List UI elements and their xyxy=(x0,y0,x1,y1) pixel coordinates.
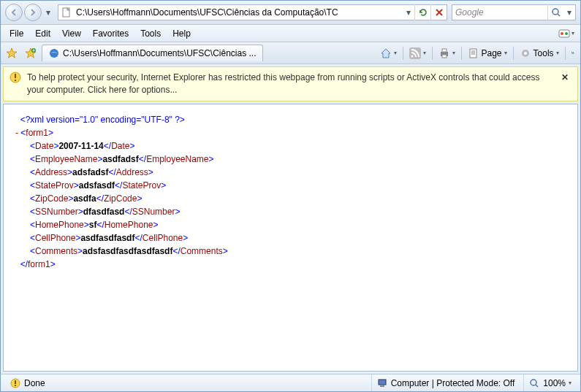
ie-icon xyxy=(48,47,60,59)
search-dropdown[interactable]: ▾ xyxy=(563,7,575,18)
svg-rect-19 xyxy=(15,380,16,384)
status-bar: Done Computer | Protected Mode: Off 100%… xyxy=(1,374,580,391)
svg-rect-16 xyxy=(15,74,16,78)
svg-point-6 xyxy=(50,49,58,58)
xml-node: <Date>2007-11-14</Date> xyxy=(15,139,566,153)
forward-button[interactable] xyxy=(24,4,42,21)
svg-point-1 xyxy=(552,9,558,15)
xml-root-close: </form1> xyxy=(15,258,566,271)
xml-node: <SSNumber>dfasdfasd</SSNumber> xyxy=(15,205,566,218)
status-done-text: Done xyxy=(24,378,45,388)
menu-help[interactable]: Help xyxy=(167,26,197,41)
svg-point-4 xyxy=(565,32,568,35)
page-menu-icon xyxy=(468,47,479,59)
zoom-icon xyxy=(528,377,540,389)
page-menu-label: Page xyxy=(482,48,502,58)
tab-bar: C:\Users\Hoffmann\Documents\UFSC\Ciência… xyxy=(1,42,580,64)
page-icon xyxy=(61,7,72,18)
information-text: To help protect your security, Internet … xyxy=(27,72,552,96)
xml-node: <StateProv>adsfasdf</StateProv> xyxy=(15,179,566,192)
xml-node: <Comments>adsfasdfasdfasdfasdf</Comments… xyxy=(15,245,566,258)
recent-pages-dropdown[interactable]: ▾ xyxy=(43,4,53,21)
menu-tools[interactable]: Tools xyxy=(134,26,167,41)
print-button[interactable]: ▾ xyxy=(436,46,458,61)
tab-title: C:\Users\Hoffmann\Documents\UFSC\Ciência… xyxy=(63,48,257,58)
svg-point-3 xyxy=(561,32,563,35)
svg-rect-12 xyxy=(470,49,476,58)
home-icon xyxy=(380,47,392,59)
xml-node: <Address>adsfadsf</Address> xyxy=(15,166,566,179)
search-placeholder: Google xyxy=(452,7,547,18)
compat-icon xyxy=(558,28,570,39)
search-button[interactable] xyxy=(547,4,563,20)
svg-rect-17 xyxy=(15,80,16,81)
xml-node: <CellPhone>asdfasdfasdf</CellPhone> xyxy=(15,231,566,245)
menu-bar: File Edit View Favorites Tools Help ▾ xyxy=(1,25,580,42)
status-zone-text: Computer | Protected Mode: Off xyxy=(391,378,515,388)
address-dropdown[interactable]: ▾ xyxy=(403,7,414,18)
menu-file[interactable]: File xyxy=(4,26,29,41)
favorites-center-button[interactable] xyxy=(4,45,20,61)
menu-edit[interactable]: Edit xyxy=(29,26,56,41)
status-zoom-text: 100% xyxy=(543,378,566,388)
add-favorites-button[interactable] xyxy=(23,45,39,61)
menu-right-icon[interactable]: ▾ xyxy=(558,28,577,39)
xml-root-open: - <form1> xyxy=(15,126,566,139)
page-menu-button[interactable]: Page ▾ xyxy=(465,46,510,61)
chevron-button[interactable]: » xyxy=(569,48,577,58)
rss-icon xyxy=(409,47,421,59)
svg-point-23 xyxy=(531,380,536,385)
xml-node: <EmployeeName>asdfadsf</EmployeeName> xyxy=(15,153,566,166)
menu-view[interactable]: View xyxy=(56,26,87,41)
warning-icon xyxy=(10,72,21,83)
back-button[interactable] xyxy=(5,4,23,21)
status-zoom[interactable]: 100% ▾ xyxy=(523,374,576,391)
status-done: Done xyxy=(5,374,367,391)
stop-button[interactable] xyxy=(430,4,447,20)
navigation-bar: ▾ C:\Users\Hoffmann\Documents\UFSC\Ciênc… xyxy=(1,1,580,25)
xml-node: <HomePhone>sf</HomePhone> xyxy=(15,218,566,231)
svg-point-8 xyxy=(411,55,413,57)
refresh-button[interactable] xyxy=(414,4,430,20)
svg-rect-20 xyxy=(15,385,16,386)
svg-rect-11 xyxy=(442,55,447,58)
gear-icon xyxy=(520,47,531,59)
command-bar: ▾ ▾ ▾ Page ▾ Tools ▾ » xyxy=(377,46,578,61)
search-box[interactable]: Google ▾ xyxy=(452,4,576,20)
tools-menu-button[interactable]: Tools ▾ xyxy=(517,46,562,61)
menu-favorites[interactable]: Favorites xyxy=(87,26,134,41)
tab-current[interactable]: C:\Users\Hoffmann\Documents\UFSC\Ciência… xyxy=(42,45,263,61)
status-zone: Computer | Protected Mode: Off xyxy=(371,374,520,391)
tools-menu-label: Tools xyxy=(533,48,554,58)
nav-buttons: ▾ xyxy=(5,4,53,21)
document-content: <?xml version="1.0" encoding="UTF-8" ?>-… xyxy=(3,104,578,372)
information-close-button[interactable]: ✕ xyxy=(558,72,571,84)
home-button[interactable]: ▾ xyxy=(377,46,400,61)
svg-rect-22 xyxy=(380,385,384,387)
done-icon xyxy=(10,377,21,389)
feeds-button[interactable]: ▾ xyxy=(406,46,429,61)
print-icon xyxy=(438,47,450,59)
information-bar[interactable]: To help protect your security, Internet … xyxy=(3,66,578,101)
address-text: C:\Users\Hoffmann\Documents\UFSC\Ciência… xyxy=(75,7,403,18)
xml-node: <ZipCode>asdfa</ZipCode> xyxy=(15,192,566,205)
svg-rect-21 xyxy=(379,380,386,385)
svg-rect-7 xyxy=(409,47,421,59)
xml-declaration: <?xml version="1.0" encoding="UTF-8" ?> xyxy=(15,113,566,126)
svg-rect-10 xyxy=(442,49,447,52)
computer-icon xyxy=(376,377,388,389)
address-bar[interactable]: C:\Users\Hoffmann\Documents\UFSC\Ciência… xyxy=(58,4,447,20)
svg-point-14 xyxy=(524,52,527,55)
